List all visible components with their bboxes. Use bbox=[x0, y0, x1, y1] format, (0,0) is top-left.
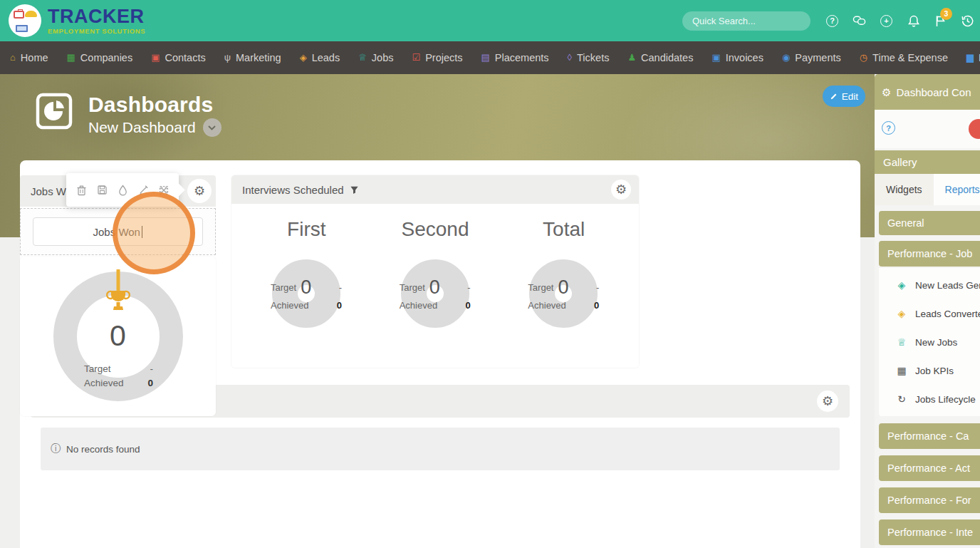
achieved-label: Achieved bbox=[400, 300, 437, 311]
nav-item-time-expense[interactable]: ◷ Time & Expense bbox=[860, 52, 948, 63]
widget-gallery-list: ◈ New Leads Gen ◈ Leads Converte ♕ New J… bbox=[879, 268, 980, 416]
antenna-icon: ψ bbox=[224, 53, 231, 62]
sidebar-title: Dashboard Con bbox=[896, 86, 971, 98]
clock-icon: ◷ bbox=[860, 53, 867, 62]
gallery-item-leads-converte[interactable]: ◈ Leads Converte bbox=[879, 299, 980, 328]
widget-settings-button[interactable]: ⚙ bbox=[187, 179, 212, 203]
history-icon[interactable] bbox=[961, 14, 974, 28]
achieved-label: Achieved bbox=[84, 378, 124, 388]
stage-label: Total bbox=[499, 218, 628, 241]
interview-stage-column: First Target 0 - Achieved 0 bbox=[242, 218, 371, 361]
sidebar-section-performance-for[interactable]: Performance - For bbox=[879, 487, 980, 513]
interview-stage-column: Total Target 0 - Achieved 0 bbox=[499, 218, 628, 361]
bell-icon[interactable] bbox=[907, 14, 920, 28]
nav-item-tickets[interactable]: ◊ Tickets bbox=[568, 52, 610, 63]
widget-rename-zone: Jobs Won bbox=[20, 208, 216, 255]
quick-search-input[interactable] bbox=[682, 11, 810, 31]
target-label: Target bbox=[528, 282, 553, 293]
add-icon[interactable]: + bbox=[880, 14, 893, 28]
nav-item-projects[interactable]: ☑ Projects bbox=[412, 52, 462, 63]
house-icon: ⌂ bbox=[10, 53, 16, 62]
help-icon[interactable]: ? bbox=[882, 121, 895, 135]
sidebar-section-general[interactable]: General bbox=[879, 211, 980, 235]
droplet-icon[interactable] bbox=[117, 185, 128, 196]
target-value: - bbox=[150, 363, 154, 374]
interview-stage-column: Second Target 0 - Achieved 0 bbox=[371, 218, 500, 361]
widget-settings-button[interactable]: ⚙ bbox=[817, 391, 838, 412]
nav-item-jobs[interactable]: ♕ Jobs bbox=[358, 52, 393, 63]
diamond-cluster-icon: ◈ bbox=[896, 308, 907, 319]
edit-dashboard-button[interactable]: Edit bbox=[823, 86, 865, 107]
empty-state-alert: ⓘ No records found bbox=[41, 428, 840, 470]
edit-icon[interactable] bbox=[137, 185, 149, 196]
sidebar-section-performance-act[interactable]: Performance - Act bbox=[879, 455, 980, 481]
achieved-value: 0 bbox=[337, 300, 342, 311]
sidebar-section-performance-jobs[interactable]: Performance - Job bbox=[879, 241, 980, 267]
target-label: Target bbox=[84, 363, 111, 374]
nav-item-payments[interactable]: ◉ Payments bbox=[782, 52, 841, 63]
nav-item-contacts[interactable]: ▣ Contacts bbox=[151, 52, 206, 63]
gauge-value: 0 bbox=[20, 319, 216, 353]
contact-card-icon: ▣ bbox=[151, 53, 160, 62]
nav-item-home[interactable]: ⌂ Home bbox=[10, 52, 48, 63]
app-logo[interactable]: TRACKER EMPLOYMENT SOLUTIONS bbox=[9, 4, 145, 37]
widget-interviews-scheduled: Interviews Scheduled ⚙ First Target 0 - … bbox=[231, 175, 639, 368]
nav-item-invoices[interactable]: ▣ Invoices bbox=[711, 52, 763, 63]
achieved-label: Achieved bbox=[528, 300, 565, 311]
gear-icon: ⚙ bbox=[882, 87, 891, 98]
target-icon: ◈ bbox=[300, 53, 307, 62]
nav-item-leads[interactable]: ◈ Leads bbox=[300, 52, 340, 63]
top-app-bar: TRACKER EMPLOYMENT SOLUTIONS ? + 3 bbox=[0, 0, 980, 41]
target-value: - bbox=[467, 282, 470, 293]
dashboard-canvas: ⚙ ⓘ No records found Interviews Schedule… bbox=[20, 160, 860, 548]
building-icon: ▦ bbox=[67, 53, 75, 62]
pencil-icon bbox=[830, 93, 838, 100]
tab-reports[interactable]: Reports bbox=[934, 174, 980, 205]
stage-value: 0 bbox=[427, 276, 440, 299]
help-icon[interactable]: ? bbox=[825, 14, 839, 28]
achieved-label: Achieved bbox=[271, 300, 308, 311]
stage-label: Second bbox=[371, 218, 500, 241]
nav-item-marketing[interactable]: ψ Marketing bbox=[224, 52, 281, 63]
gallery-item-job-kpis[interactable]: ▦ Job KPIs bbox=[879, 356, 980, 385]
stage-value: 0 bbox=[555, 276, 568, 299]
stage-label: First bbox=[242, 218, 371, 241]
gallery-item-new-leads-gen[interactable]: ◈ New Leads Gen bbox=[879, 271, 980, 299]
gear-icon: ⚙ bbox=[615, 183, 627, 196]
stage-value: 0 bbox=[298, 276, 311, 299]
gallery-item-jobs-lifecycle[interactable]: ↻ Jobs Lifecycle bbox=[879, 385, 980, 413]
close-badge-icon[interactable] bbox=[969, 119, 980, 139]
page-title: Dashboards bbox=[88, 93, 221, 117]
nav-item-companies[interactable]: ▦ Companies bbox=[67, 52, 133, 63]
resize-icon[interactable] bbox=[158, 185, 170, 196]
cycle-icon: ↻ bbox=[896, 393, 907, 405]
widget-name-input[interactable]: Jobs Won bbox=[33, 217, 203, 246]
sidebar-section-performance-inte[interactable]: Performance - Inte bbox=[879, 519, 980, 545]
bar-chart-icon: ▆ bbox=[966, 53, 974, 62]
widget-toolbar-popup bbox=[66, 173, 179, 207]
sidebar-section-performance-ca[interactable]: Performance - Ca bbox=[879, 423, 980, 449]
widget-settings-button[interactable]: ⚙ bbox=[611, 180, 631, 200]
trash-icon[interactable] bbox=[75, 185, 87, 196]
trophy-icon: ♕ bbox=[896, 336, 907, 348]
checkbox-icon: ☑ bbox=[412, 53, 420, 62]
coin-icon: ◉ bbox=[782, 53, 790, 62]
nav-item-placements[interactable]: ▤ Placements bbox=[481, 52, 549, 63]
flag-icon[interactable]: 3 bbox=[934, 14, 947, 28]
sidebar-header: ⚙ Dashboard Con bbox=[875, 74, 980, 110]
gallery-section-header: Gallery bbox=[875, 150, 980, 174]
widget-jobs-won: Jobs Won ⚙ Jobs Won bbox=[20, 175, 216, 412]
gallery-tabs: WidgetsReports bbox=[875, 174, 980, 205]
nav-item-candidates[interactable]: ♟ Candidates bbox=[627, 52, 693, 63]
nav-item-reporting[interactable]: ▆ Reporting bbox=[966, 52, 980, 63]
tab-widgets[interactable]: Widgets bbox=[875, 174, 934, 205]
filter-icon[interactable] bbox=[350, 185, 359, 195]
gallery-item-new-jobs[interactable]: ♕ New Jobs bbox=[879, 328, 980, 356]
notification-badge: 3 bbox=[940, 8, 952, 20]
dashboard-switcher-button[interactable] bbox=[203, 118, 221, 137]
widget-name-value: Jobs Won bbox=[93, 226, 140, 238]
info-icon: ⓘ bbox=[51, 443, 61, 455]
invoice-icon: ▣ bbox=[711, 53, 720, 62]
save-icon[interactable] bbox=[96, 185, 108, 196]
chat-icon[interactable] bbox=[853, 14, 866, 28]
